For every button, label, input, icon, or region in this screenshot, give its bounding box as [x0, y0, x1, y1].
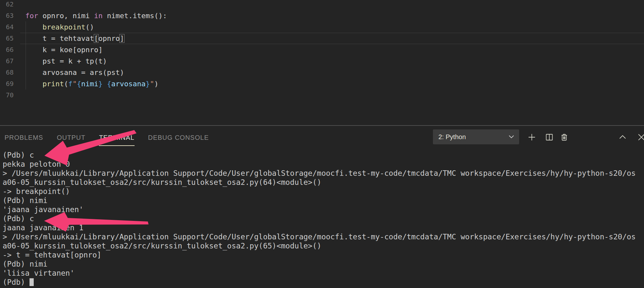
new-terminal-button[interactable]: [528, 129, 536, 145]
terminal-text: pekka peloton 0: [3, 160, 70, 168]
terminal-text: (Pdb) c: [3, 214, 34, 223]
terminal-picker[interactable]: 2: Python: [433, 129, 519, 144]
code-line[interactable]: 64 breakpoint(): [0, 21, 644, 33]
terminal-line: > /Users/mluukkai/Library/Application Su…: [3, 169, 644, 178]
terminal-line: pekka peloton 0: [3, 160, 644, 169]
code-text: pst = k + tp(t): [20, 55, 107, 67]
tab-label: DEBUG CONSOLE: [148, 134, 209, 141]
code-token: breakpoint: [42, 23, 85, 31]
code-token: {: [77, 80, 81, 88]
code-token: ": [73, 80, 77, 88]
code-line[interactable]: 69 print(f"{nimi} {arvosana}"): [0, 78, 644, 90]
code-text: arvosana = ars(pst): [20, 67, 124, 78]
tab-label: PROBLEMS: [5, 134, 43, 141]
code-token: arvosana = ars(pst): [25, 68, 124, 77]
code-line[interactable]: 68 arvosana = ars(pst): [0, 67, 644, 78]
terminal-text: -> breakpoint(): [3, 187, 70, 196]
line-number: 67: [0, 55, 20, 67]
code-text: t = tehtavat[opnro]: [20, 33, 124, 44]
code-text: for opnro, nimi in nimet.items():: [20, 10, 167, 21]
code-token: }: [98, 80, 102, 88]
code-line[interactable]: 62: [0, 0, 644, 10]
code-token: arvosana: [111, 80, 146, 88]
code-text: [20, 90, 25, 101]
code-line[interactable]: 65 t = tehtavat[opnro]: [0, 33, 644, 44]
terminal-text: 'liisa virtanen': [3, 269, 75, 277]
line-number: 70: [0, 90, 20, 101]
terminal-text: a06-05_kurssin_tulokset_osa2/src/kurssin…: [3, 178, 321, 186]
terminal-line: (Pdb) c: [3, 214, 644, 223]
tab-problems[interactable]: PROBLEMS: [5, 134, 43, 141]
line-number: 69: [0, 78, 20, 90]
terminal-text: (Pdb): [3, 278, 30, 286]
code-text: print(f"{nimi} {arvosana}"): [20, 78, 159, 90]
tab-terminal[interactable]: TERMINAL: [99, 134, 134, 141]
code-token: in: [94, 12, 103, 20]
line-number: 62: [0, 0, 20, 10]
line-number: 66: [0, 44, 20, 55]
code-token: (): [85, 23, 94, 31]
split-terminal-icon: [545, 133, 554, 141]
code-line[interactable]: 66 k = koe[opnro]: [0, 44, 644, 55]
code-token: [: [94, 34, 98, 42]
panel-tabs: PROBLEMSOUTPUTTERMINALDEBUG CONSOLE: [5, 126, 222, 149]
terminal-line: jaana javanainen 1: [3, 223, 644, 232]
plus-icon: [528, 133, 536, 141]
code-token: pst = k + tp(t): [25, 57, 107, 65]
terminal-line: (Pdb) nimi: [3, 259, 644, 269]
code-token: f: [68, 80, 72, 88]
trash-icon: [560, 133, 568, 141]
terminal-text: > /Users/mluukkai/Library/Application Su…: [3, 169, 636, 177]
chevron-down-icon: [508, 135, 515, 139]
code-token: opnro, nimi: [38, 12, 94, 20]
code-line[interactable]: 63for opnro, nimi in nimet.items():: [0, 10, 644, 21]
close-icon: [637, 133, 644, 141]
terminal-line: 'liisa virtanen': [3, 269, 644, 278]
vscode-window: 6263for opnro, nimi in nimet.items():64 …: [0, 0, 644, 288]
code-token: (: [64, 80, 68, 88]
code-text: [20, 0, 25, 10]
terminal-line: (Pdb): [3, 278, 644, 287]
line-number: 63: [0, 10, 20, 21]
code-token: [25, 80, 42, 88]
code-token: [102, 80, 107, 88]
code-line[interactable]: 67 pst = k + tp(t): [0, 55, 644, 67]
editor-lines: 6263for opnro, nimi in nimet.items():64 …: [0, 0, 644, 101]
terminal-text: (Pdb) c: [3, 151, 34, 159]
kill-terminal-button[interactable]: [560, 129, 568, 145]
code-token: [25, 23, 42, 31]
split-terminal-button[interactable]: [545, 129, 554, 145]
code-token: ": [150, 80, 154, 88]
code-token: {: [107, 80, 111, 88]
code-editor[interactable]: 6263for opnro, nimi in nimet.items():64 …: [0, 0, 644, 125]
terminal-line: (Pdb) c: [3, 150, 644, 160]
terminal-text: (Pdb) nimi: [3, 196, 47, 205]
terminal-line: 'jaana javanainen': [3, 205, 644, 214]
code-token: nimet.items():: [102, 12, 167, 20]
terminal-text: jaana javanainen 1: [3, 223, 83, 232]
code-token: for: [25, 12, 38, 20]
indent-guide: [26, 21, 26, 90]
line-number: 68: [0, 67, 20, 78]
close-panel-button[interactable]: [637, 129, 644, 145]
terminal-text: 'jaana javanainen': [3, 205, 83, 214]
terminal-line: > /Users/mluukkai/Library/Application Su…: [3, 232, 644, 241]
code-token: opnro: [98, 34, 120, 42]
code-token: ): [154, 80, 158, 88]
code-line[interactable]: 70: [0, 90, 644, 101]
tab-output[interactable]: OUTPUT: [57, 134, 85, 141]
terminal-line: a06-05_kurssin_tulokset_osa2/src/kurssin…: [3, 241, 644, 250]
terminal-cursor: [30, 278, 34, 286]
terminal-line: -> breakpoint(): [3, 187, 644, 196]
terminal-text: -> t = tehtavat[opnro]: [3, 251, 101, 259]
tab-debug-console[interactable]: DEBUG CONSOLE: [148, 134, 209, 141]
code-token: nimi: [81, 80, 98, 88]
line-number: 64: [0, 21, 20, 33]
line-number: 65: [0, 33, 20, 44]
terminal-text: > /Users/mluukkai/Library/Application Su…: [3, 233, 636, 241]
terminal-picker-value: 2: Python: [438, 133, 466, 141]
maximize-panel-button[interactable]: [618, 129, 627, 145]
code-token: }: [146, 80, 150, 88]
terminal-output[interactable]: (Pdb) cpekka peloton 0> /Users/mluukkai/…: [0, 149, 644, 288]
panel-header: PROBLEMSOUTPUTTERMINALDEBUG CONSOLE 2: P…: [0, 126, 644, 149]
